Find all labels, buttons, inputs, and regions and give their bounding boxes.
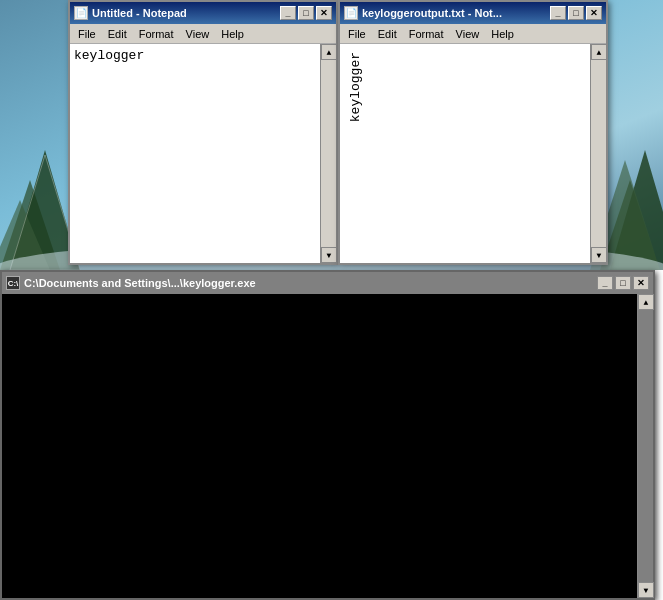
notepad1-menu-file[interactable]: File [72,26,102,42]
cmd-minimize-button[interactable]: _ [597,276,613,290]
cmd-icon: C:\ [6,276,20,290]
notepad2-menu-file[interactable]: File [342,26,372,42]
notepad2-content-area[interactable]: keylogger [340,44,590,263]
notepad2-close-button[interactable]: ✕ [586,6,602,20]
cmd-window: C:\ C:\Documents and Settings\...\keylog… [0,270,655,600]
notepad2-menu-help[interactable]: Help [485,26,520,42]
cmd-close-button[interactable]: ✕ [633,276,649,290]
notepad1-controls: _ □ ✕ [280,6,332,20]
notepad1-menubar: File Edit Format View Help [70,24,336,44]
notepad1-icon: 📄 [74,6,88,20]
notepad2-menu-view[interactable]: View [450,26,486,42]
notepad2-minimize-button[interactable]: _ [550,6,566,20]
notepad1-minimize-button[interactable]: _ [280,6,296,20]
notepad1-close-button[interactable]: ✕ [316,6,332,20]
cmd-maximize-button[interactable]: □ [615,276,631,290]
cmd-terminal [2,294,637,598]
notepad1-title: Untitled - Notepad [92,7,280,19]
notepad2-window: 📄 keyloggeroutput.txt - Not... _ □ ✕ Fil… [338,0,608,265]
notepad2-maximize-button[interactable]: □ [568,6,584,20]
cmd-scroll-down[interactable]: ▼ [638,582,654,598]
notepad1-menu-edit[interactable]: Edit [102,26,133,42]
notepad2-scroll-up[interactable]: ▲ [591,44,607,60]
notepad2-menu-edit[interactable]: Edit [372,26,403,42]
cmd-titlebar[interactable]: C:\ C:\Documents and Settings\...\keylog… [2,272,653,294]
cmd-scroll-track [638,310,653,582]
notepad1-scroll-down[interactable]: ▼ [321,247,337,263]
notepad2-title: keyloggeroutput.txt - Not... [362,7,550,19]
cmd-controls: _ □ ✕ [597,276,649,290]
notepad1-scroll-track [321,60,336,247]
notepad2-scroll-track [591,60,606,247]
notepad1-menu-help[interactable]: Help [215,26,250,42]
notepad2-scroll-down[interactable]: ▼ [591,247,607,263]
notepad2-menu-format[interactable]: Format [403,26,450,42]
notepad1-window: 📄 Untitled - Notepad _ □ ✕ File Edit For… [68,0,338,265]
notepad2-menubar: File Edit Format View Help [340,24,606,44]
notepad2-icon: 📄 [344,6,358,20]
notepad1-scroll-up[interactable]: ▲ [321,44,337,60]
notepad1-maximize-button[interactable]: □ [298,6,314,20]
notepad1-menu-view[interactable]: View [180,26,216,42]
notepad1-titlebar[interactable]: 📄 Untitled - Notepad _ □ ✕ [70,2,336,24]
notepad2-titlebar[interactable]: 📄 keyloggeroutput.txt - Not... _ □ ✕ [340,2,606,24]
cmd-content-area[interactable]: ▲ ▼ [2,294,653,598]
cmd-scrollbar[interactable]: ▲ ▼ [637,294,653,598]
cmd-scroll-up[interactable]: ▲ [638,294,654,310]
notepad2-content: keylogger [344,48,368,126]
notepad2-scrollbar[interactable]: ▲ ▼ [590,44,606,263]
notepad1-content[interactable]: keylogger [70,44,320,263]
cmd-title: C:\Documents and Settings\...\keylogger.… [24,277,597,289]
notepad1-scrollbar[interactable]: ▲ ▼ [320,44,336,263]
notepad2-controls: _ □ ✕ [550,6,602,20]
notepad1-menu-format[interactable]: Format [133,26,180,42]
